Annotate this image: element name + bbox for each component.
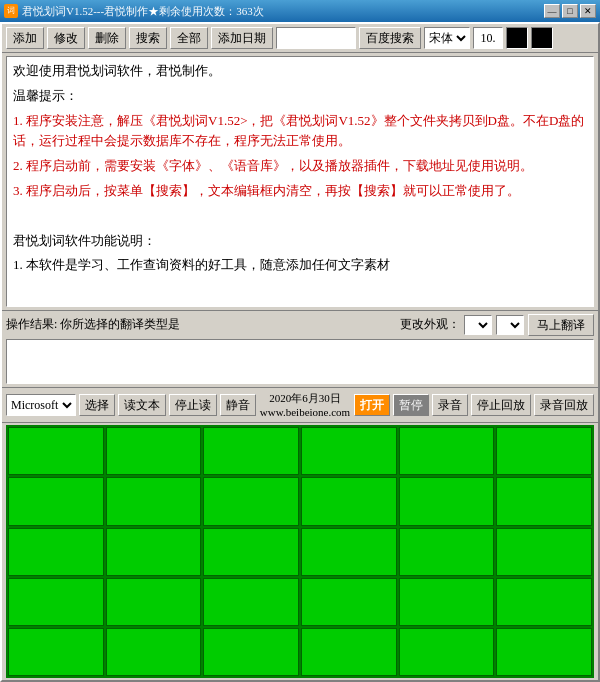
toolbar: 添加 修改 删除 搜索 全部 添加日期 百度搜索 宋体 [2,24,598,53]
search-input[interactable] [276,27,356,49]
open-button[interactable]: 打开 [354,394,390,416]
date-info: 2020年6月30日 www.beibeione.com [259,391,351,420]
grid-cell[interactable] [106,578,202,626]
item2-text: 2. 程序启动前，需要安装《字体》、《语音库》，以及播放器插件，下载地址见使用说… [13,156,587,177]
grid-cell[interactable] [203,578,299,626]
grid-cell[interactable] [399,528,495,576]
text-content[interactable]: 欢迎使用君悦划词软件，君悦制作。 温馨提示： 1. 程序安装注意，解压《君悦划词… [7,57,593,306]
text-area-container: 欢迎使用君悦划词软件，君悦制作。 温馨提示： 1. 程序安装注意，解压《君悦划词… [6,56,594,307]
grid-cell[interactable] [106,528,202,576]
grid-cell[interactable] [399,427,495,475]
title-label: 君悦划词V1.52---君悦制作★剩余使用次数：363次 [22,4,264,19]
welcome-line: 欢迎使用君悦划词软件，君悦制作。 [13,61,587,82]
grid-cell[interactable] [106,628,202,676]
font-size-input[interactable] [473,27,503,49]
style-select-2[interactable] [496,315,524,335]
grid-cell[interactable] [301,528,397,576]
grid-cell[interactable] [106,427,202,475]
change-style-label: 更改外观： [400,316,460,333]
site-text: www.beibeione.com [259,405,351,419]
grid-cell[interactable] [301,628,397,676]
add-date-button[interactable]: 添加日期 [211,27,273,49]
status-bar: 操作结果: 你所选择的翻译类型是 更改外观： 马上翻译 [2,310,598,339]
grid-cell[interactable] [496,477,592,525]
grid-cell[interactable] [399,477,495,525]
grid-cell[interactable] [203,477,299,525]
maximize-button[interactable]: □ [562,4,578,18]
grid-container [6,425,594,678]
mute-button[interactable]: 静音 [220,394,256,416]
grid-cell[interactable] [496,528,592,576]
font-select[interactable]: 宋体 [424,27,470,49]
grid-cell[interactable] [106,477,202,525]
delete-button[interactable]: 删除 [88,27,126,49]
grid-cell[interactable] [8,477,104,525]
stop-read-button[interactable]: 停止读 [169,394,217,416]
search-button[interactable]: 搜索 [129,27,167,49]
reminder-title: 温馨提示： [13,86,587,107]
title-controls: — □ ✕ [544,4,596,18]
add-button[interactable]: 添加 [6,27,44,49]
feature-title: 君悦划词软件功能说明： [13,231,587,252]
foreground-color-box[interactable] [506,27,528,49]
app-icon: 词 [4,4,18,18]
grid-cell[interactable] [399,578,495,626]
read-text-button[interactable]: 读文本 [118,394,166,416]
translate-button[interactable]: 马上翻译 [528,314,594,336]
feature-item1: 1. 本软件是学习、工作查询资料的好工具，随意添加任何文字素材 [13,255,587,276]
minimize-button[interactable]: — [544,4,560,18]
grid-cell[interactable] [8,628,104,676]
grid-cell[interactable] [496,628,592,676]
translation-area[interactable] [6,339,594,384]
grid-cell[interactable] [399,628,495,676]
blank-line [13,206,587,227]
bottom-bar: Microsoft 选择 读文本 停止读 静音 2020年6月30日 www.b… [2,387,598,424]
grid-cell[interactable] [301,578,397,626]
play-record-button[interactable]: 录音回放 [534,394,594,416]
grid-cell[interactable] [301,477,397,525]
record-button[interactable]: 录音 [432,394,468,416]
grid-cell[interactable] [203,528,299,576]
grid-cell[interactable] [8,578,104,626]
select-voice-button[interactable]: 选择 [79,394,115,416]
grid-cell[interactable] [8,528,104,576]
main-window: 添加 修改 删除 搜索 全部 添加日期 百度搜索 宋体 欢迎使用君悦划词软件，君… [0,22,600,682]
grid-cell[interactable] [203,427,299,475]
all-button[interactable]: 全部 [170,27,208,49]
baidu-search-button[interactable]: 百度搜索 [359,27,421,49]
grid-cell[interactable] [496,427,592,475]
close-button[interactable]: ✕ [580,4,596,18]
date-text: 2020年6月30日 [259,391,351,405]
edit-button[interactable]: 修改 [47,27,85,49]
voice-select[interactable]: Microsoft [6,394,76,416]
title-bar: 词 君悦划词V1.52---君悦制作★剩余使用次数：363次 — □ ✕ [0,0,600,22]
pause-button[interactable]: 暂停 [393,394,429,416]
stop-record-button[interactable]: 停止回放 [471,394,531,416]
status-text: 操作结果: 你所选择的翻译类型是 [6,316,396,333]
item3-text: 3. 程序启动后，按菜单【搜索】，文本编辑框内清空，再按【搜索】就可以正常使用了… [13,181,587,202]
background-color-box[interactable] [531,27,553,49]
grid-cell[interactable] [8,427,104,475]
grid-cell[interactable] [203,628,299,676]
grid-cell[interactable] [301,427,397,475]
title-text: 词 君悦划词V1.52---君悦制作★剩余使用次数：363次 [4,4,264,19]
style-select-1[interactable] [464,315,492,335]
item1-text: 1. 程序安装注意，解压《君悦划词V1.52>，把《君悦划词V1.52》整个文件… [13,111,587,153]
grid-cell[interactable] [496,578,592,626]
